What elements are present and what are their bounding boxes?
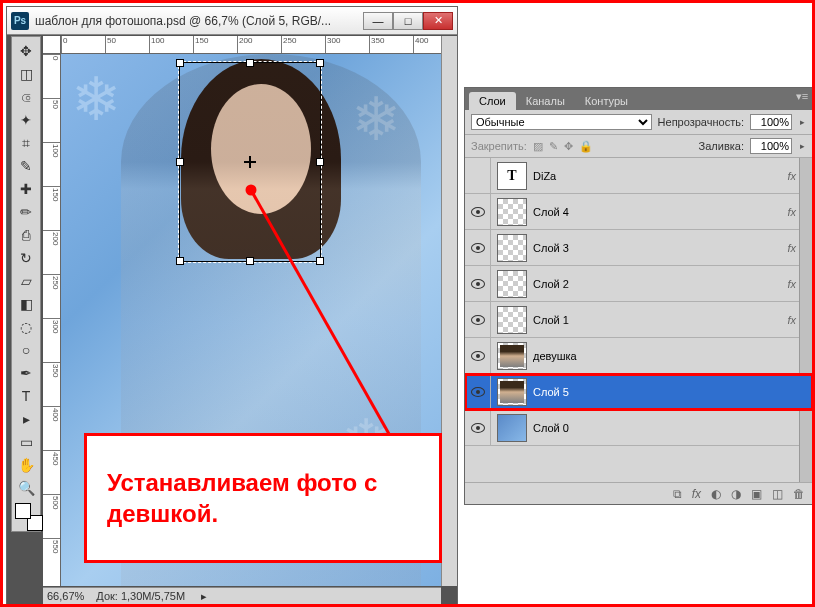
tool-zoom[interactable]: 🔍 [13, 477, 39, 499]
tool-healing[interactable]: ✚ [13, 178, 39, 200]
layer-thumbnail[interactable] [497, 414, 527, 442]
handle-tr[interactable] [316, 59, 324, 67]
tool-rectangle[interactable]: ▭ [13, 431, 39, 453]
handle-bl[interactable] [176, 257, 184, 265]
close-button[interactable]: ✕ [423, 12, 453, 30]
tool-crop[interactable]: ⌗ [13, 132, 39, 154]
tool-stamp[interactable]: ⎙ [13, 224, 39, 246]
tool-pen[interactable]: ✒ [13, 362, 39, 384]
layer-row-6[interactable]: Слой 5 [465, 374, 813, 410]
lock-pixels-icon[interactable]: ✎ [549, 140, 558, 153]
transform-selection[interactable] [179, 62, 321, 262]
layer-thumbnail[interactable] [497, 306, 527, 334]
layer-fx-badge[interactable]: fx [787, 206, 796, 218]
layer-mask-icon[interactable]: ◐ [711, 487, 721, 501]
eye-icon [471, 423, 485, 433]
layer-thumbnail[interactable] [497, 270, 527, 298]
handle-mr[interactable] [316, 158, 324, 166]
minimize-button[interactable]: ― [363, 12, 393, 30]
tool-path-select[interactable]: ▸ [13, 408, 39, 430]
layer-fx-icon[interactable]: fx [692, 487, 701, 501]
layer-name[interactable]: Слой 5 [533, 386, 809, 398]
layer-name[interactable]: DiZa [533, 170, 787, 182]
tool-lasso[interactable]: ⟃ [13, 86, 39, 108]
tool-marquee[interactable]: ◫ [13, 63, 39, 85]
handle-tm[interactable] [246, 59, 254, 67]
fill-arrow[interactable]: ▸ [798, 141, 807, 151]
visibility-toggle[interactable] [465, 266, 491, 301]
color-swatch[interactable] [15, 503, 37, 525]
layer-name[interactable]: Слой 1 [533, 314, 787, 326]
tool-blur[interactable]: ◌ [13, 316, 39, 338]
layer-name[interactable]: Слой 4 [533, 206, 787, 218]
layer-fx-badge[interactable]: fx [787, 242, 796, 254]
tab-paths[interactable]: Контуры [575, 92, 638, 110]
layer-scrollbar[interactable] [799, 158, 813, 482]
blend-row: Обычные Непрозрачность: ▸ [465, 110, 813, 135]
layer-row-2[interactable]: Слой 3fx▾ [465, 230, 813, 266]
visibility-toggle[interactable] [465, 194, 491, 229]
layer-fx-badge[interactable]: fx [787, 170, 796, 182]
eye-icon [471, 243, 485, 253]
layer-row-0[interactable]: TDiZafx▾ [465, 158, 813, 194]
ruler-horizontal[interactable]: 050100150200250300350400 [61, 36, 441, 54]
tool-wand[interactable]: ✦ [13, 109, 39, 131]
link-layers-icon[interactable]: ⧉ [673, 487, 682, 501]
delete-layer-icon[interactable]: 🗑 [793, 487, 805, 501]
tool-eraser[interactable]: ▱ [13, 270, 39, 292]
layer-thumbnail[interactable] [497, 198, 527, 226]
tool-type[interactable]: T [13, 385, 39, 407]
handle-bm[interactable] [246, 257, 254, 265]
lock-transparency-icon[interactable]: ▨ [533, 140, 543, 153]
layer-thumbnail[interactable] [497, 378, 527, 406]
lock-position-icon[interactable]: ✥ [564, 140, 573, 153]
layer-row-4[interactable]: Слой 1fx▾ [465, 302, 813, 338]
layer-row-3[interactable]: Слой 2fx▾ [465, 266, 813, 302]
tool-brush[interactable]: ✏ [13, 201, 39, 223]
maximize-button[interactable]: □ [393, 12, 423, 30]
blend-mode-select[interactable]: Обычные [471, 114, 652, 130]
visibility-toggle[interactable] [465, 374, 491, 409]
layer-thumbnail[interactable] [497, 342, 527, 370]
adjustment-layer-icon[interactable]: ◑ [731, 487, 741, 501]
layer-row-5[interactable]: девушка [465, 338, 813, 374]
titlebar[interactable]: Ps шаблон для фотошопа.psd @ 66,7% (Слой… [7, 7, 457, 35]
panel-menu-button[interactable]: ▾≡ [793, 90, 811, 106]
visibility-toggle[interactable] [465, 230, 491, 265]
tool-gradient[interactable]: ◧ [13, 293, 39, 315]
ruler-vertical[interactable]: 050100150200250300350400450500550 [43, 54, 61, 586]
tool-history-brush[interactable]: ↻ [13, 247, 39, 269]
tool-move[interactable]: ✥ [13, 40, 39, 62]
opacity-input[interactable] [750, 114, 792, 130]
layer-row-1[interactable]: Слой 4fx▾ [465, 194, 813, 230]
layer-name[interactable]: Слой 2 [533, 278, 787, 290]
handle-br[interactable] [316, 257, 324, 265]
tool-hand[interactable]: ✋ [13, 454, 39, 476]
tool-eyedropper[interactable]: ✎ [13, 155, 39, 177]
visibility-toggle[interactable] [465, 338, 491, 373]
fill-input[interactable] [750, 138, 792, 154]
visibility-toggle[interactable] [465, 158, 491, 193]
scrollbar-vertical[interactable] [441, 36, 457, 586]
tab-layers[interactable]: Слои [469, 92, 516, 110]
tool-dodge[interactable]: ○ [13, 339, 39, 361]
transform-center[interactable] [244, 156, 256, 168]
layer-fx-badge[interactable]: fx [787, 314, 796, 326]
handle-tl[interactable] [176, 59, 184, 67]
layer-row-7[interactable]: Слой 0 [465, 410, 813, 446]
layer-name[interactable]: Слой 0 [533, 422, 809, 434]
layer-name[interactable]: девушка [533, 350, 809, 362]
visibility-toggle[interactable] [465, 410, 491, 445]
layer-fx-badge[interactable]: fx [787, 278, 796, 290]
lock-all-icon[interactable]: 🔒 [579, 140, 593, 153]
opacity-arrow[interactable]: ▸ [798, 117, 807, 127]
new-layer-icon[interactable]: ◫ [772, 487, 783, 501]
handle-ml[interactable] [176, 158, 184, 166]
layer-name[interactable]: Слой 3 [533, 242, 787, 254]
zoom-level[interactable]: 66,67% [47, 590, 84, 602]
tab-channels[interactable]: Каналы [516, 92, 575, 110]
layer-thumbnail[interactable]: T [497, 162, 527, 190]
visibility-toggle[interactable] [465, 302, 491, 337]
layer-thumbnail[interactable] [497, 234, 527, 262]
layer-group-icon[interactable]: ▣ [751, 487, 762, 501]
